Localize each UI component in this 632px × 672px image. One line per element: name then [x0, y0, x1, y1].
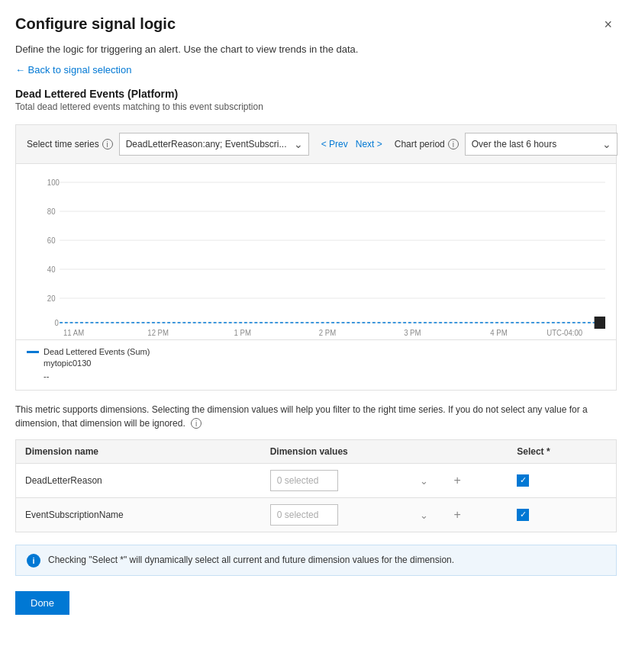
end-indicator: [595, 317, 605, 329]
dimension-table: Dimension name Dimension values Select *…: [15, 439, 617, 532]
dim-values-cell-1: 0 selected: [261, 463, 442, 497]
info-banner-text: Checking "Select *" will dynamically sel…: [48, 553, 454, 567]
legend-text-group: Dead Lettered Events (Sum) mytopic0130 -…: [44, 346, 150, 381]
dim-values-group-1: 0 selected: [270, 470, 433, 491]
dim-dropdown-2[interactable]: 0 selected: [270, 504, 338, 526]
dimension-table-header: Dimension name Dimension values Select *: [16, 439, 617, 463]
chart-period-dropdown-wrapper: Over the last 6 hours: [465, 133, 617, 156]
chart-area: 100 80 60 40 20 0 11 AM 12 PM: [15, 164, 617, 340]
prev-button[interactable]: < Prev: [318, 137, 351, 151]
chart-period-info-icon[interactable]: i: [448, 139, 459, 150]
chart-legend: Dead Lettered Events (Sum) mytopic0130 -…: [15, 340, 617, 391]
time-series-dropdown[interactable]: DeadLetterReason:any; EventSubscri...: [119, 133, 309, 156]
dim-plus-cell-2: +: [442, 497, 508, 532]
x-label-utc: UTC-04:00: [547, 329, 582, 337]
done-button[interactable]: Done: [15, 591, 69, 615]
x-label-4pm: 4 PM: [490, 329, 507, 337]
x-label-3pm: 3 PM: [404, 329, 421, 337]
dim-values-cell-2: 0 selected: [261, 497, 442, 532]
time-series-label-group: Select time series i: [27, 139, 113, 150]
dim-dropdown-1[interactable]: 0 selected: [270, 470, 338, 491]
time-series-dropdown-wrapper: DeadLetterReason:any; EventSubscri...: [119, 133, 309, 156]
dim-select-cell-2: [508, 497, 616, 532]
time-series-info-icon[interactable]: i: [102, 139, 113, 150]
legend-series-label: Dead Lettered Events (Sum): [44, 346, 150, 358]
x-label-11am: 11 AM: [63, 329, 84, 337]
dim-add-button-2[interactable]: +: [451, 506, 464, 523]
col-header-values: Dimension values: [261, 439, 508, 463]
dimension-table-body: DeadLetterReason 0 selected +: [16, 463, 617, 532]
legend-item: Dead Lettered Events (Sum) mytopic0130 -…: [27, 346, 605, 381]
dim-checkbox-2[interactable]: [517, 509, 529, 521]
dim-name-2: EventSubscriptionName: [16, 497, 261, 532]
y-label-20: 20: [47, 294, 56, 303]
nav-buttons: < Prev Next >: [318, 137, 385, 151]
info-banner-icon: i: [27, 554, 40, 568]
chart-svg: 100 80 60 40 20 0 11 AM 12 PM: [27, 172, 605, 339]
dim-values-group-2: 0 selected: [270, 504, 433, 526]
signal-description: Total dead lettered events matching to t…: [15, 101, 617, 112]
chart-period-section: Chart period i Over the last 6 hours: [395, 133, 617, 156]
y-label-40: 40: [47, 265, 56, 274]
col-header-select: Select *: [508, 439, 616, 463]
dim-dropdown-wrapper-2: 0 selected: [270, 504, 433, 526]
chart-period-dropdown[interactable]: Over the last 6 hours: [465, 133, 617, 156]
chart-svg-container: 100 80 60 40 20 0 11 AM 12 PM: [27, 172, 605, 339]
x-label-1pm: 1 PM: [234, 329, 251, 337]
legend-topic: mytopic0130: [44, 358, 150, 369]
dim-checkbox-1[interactable]: [517, 474, 529, 487]
time-series-section: Select time series i DeadLetterReason:an…: [27, 133, 309, 156]
chart-period-label-group: Chart period i: [395, 139, 459, 150]
configure-signal-dialog: Configure signal logic × Define the logi…: [0, 0, 632, 672]
dialog-header: Configure signal logic ×: [15, 15, 617, 34]
time-series-label: Select time series: [27, 139, 99, 150]
y-label-80: 80: [47, 207, 56, 216]
dim-select-cell-1: [508, 463, 616, 497]
info-banner: i Checking "Select *" will dynamically s…: [15, 545, 617, 576]
dim-add-button-1[interactable]: +: [451, 472, 464, 489]
back-to-signal-link[interactable]: ← Back to signal selection: [15, 64, 131, 76]
y-label-0: 0: [54, 319, 59, 327]
y-label-60: 60: [47, 236, 56, 245]
chart-period-label: Chart period: [395, 139, 445, 150]
chart-controls-bar: Select time series i DeadLetterReason:an…: [15, 124, 617, 164]
x-label-2pm: 2 PM: [319, 329, 336, 337]
col-header-name: Dimension name: [16, 439, 261, 463]
x-label-12pm: 12 PM: [147, 329, 169, 337]
next-button[interactable]: Next >: [353, 137, 385, 151]
dimension-info-icon[interactable]: i: [191, 418, 202, 429]
dimension-section: This metric supports dimensions. Selecti…: [15, 403, 617, 615]
y-label-100: 100: [47, 178, 60, 187]
dim-dropdown-wrapper-1: 0 selected: [270, 470, 433, 491]
dialog-subtitle: Define the logic for triggering an alert…: [15, 43, 617, 55]
legend-color-bar: [27, 351, 39, 353]
table-row: DeadLetterReason 0 selected +: [16, 463, 617, 497]
dialog-title: Configure signal logic: [15, 15, 176, 33]
dim-name-1: DeadLetterReason: [16, 463, 261, 497]
signal-name: Dead Lettered Events (Platform): [15, 88, 617, 100]
legend-dash: --: [44, 371, 150, 381]
dimension-info-text: This metric supports dimensions. Selecti…: [15, 403, 617, 430]
close-button[interactable]: ×: [599, 15, 617, 34]
table-row: EventSubscriptionName 0 selected +: [16, 497, 617, 532]
dim-plus-cell-1: +: [442, 463, 508, 497]
